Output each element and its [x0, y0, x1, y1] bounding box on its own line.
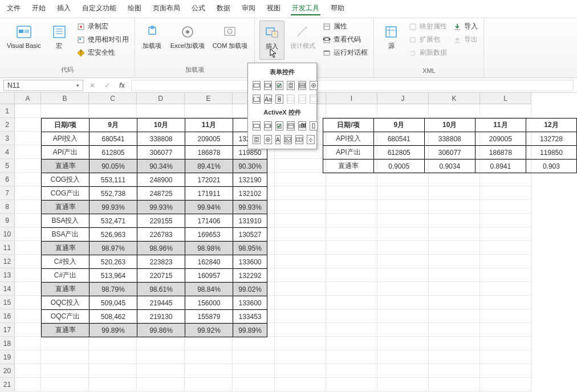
table-cell[interactable]: 119850 [526, 146, 576, 160]
col-header-B[interactable]: B [41, 93, 89, 104]
ax-combobox-icon[interactable] [264, 121, 272, 130]
row-header-20[interactable]: 20 [0, 364, 15, 378]
refresh-data-button[interactable]: 刷新数据 [407, 47, 448, 59]
menu-页面布局[interactable]: 页面布局 [152, 2, 181, 15]
relative-ref-button[interactable]: 使用相对引用 [75, 34, 130, 46]
table-cell[interactable]: 552,738 [90, 187, 137, 201]
table-cell[interactable]: 直通率 [42, 283, 90, 296]
com-addins-button[interactable]: COM 加载项 [210, 21, 250, 52]
design-mode-button[interactable]: 设计模式 [288, 21, 318, 52]
row-header-5[interactable]: 5 [0, 159, 15, 173]
table-cell[interactable]: 132190 [233, 173, 267, 187]
table-header[interactable]: 日期/项 [323, 119, 374, 132]
table-cell[interactable]: 133453 [233, 310, 267, 324]
table-cell[interactable]: 248725 [137, 187, 185, 201]
table-cell[interactable]: 248900 [137, 173, 185, 187]
col-header-D[interactable]: D [137, 93, 185, 104]
table-cell[interactable]: 132102 [233, 187, 267, 201]
col-header-E[interactable]: E [185, 93, 233, 104]
visual-basic-button[interactable]: Visual Basic [5, 21, 43, 52]
table-cell[interactable]: 156000 [185, 296, 233, 310]
menu-文件[interactable]: 文件 [6, 2, 22, 15]
col-header-J[interactable]: J [377, 93, 429, 104]
ax-spinner-icon[interactable] [253, 135, 261, 144]
table-cell[interactable]: 0.903 [526, 160, 576, 173]
ax-option-icon[interactable] [264, 135, 272, 144]
ax-textbox-icon[interactable]: ab [298, 121, 306, 130]
table-header[interactable]: 9月 [373, 119, 424, 132]
ax-scrollbar-icon[interactable] [310, 121, 318, 130]
table-cell[interactable]: 520,263 [90, 255, 137, 269]
row-header-7[interactable]: 7 [0, 186, 15, 200]
row-header-16[interactable]: 16 [0, 309, 15, 323]
formula-bar[interactable] [131, 80, 574, 91]
map-properties-button[interactable]: 映射属性 [407, 21, 448, 32]
menu-帮助[interactable]: 帮助 [330, 2, 346, 15]
table-cell[interactable]: 209005 [185, 132, 233, 146]
menu-视图[interactable]: 视图 [266, 2, 282, 15]
table-cell[interactable]: 338808 [424, 132, 475, 146]
table-header[interactable]: 11月 [475, 119, 526, 132]
table-cell[interactable]: 98.95% [233, 242, 267, 255]
row-header-6[interactable]: 6 [0, 173, 15, 186]
table-cell[interactable]: 186878 [185, 146, 233, 160]
table-cell[interactable]: API产出 [42, 146, 90, 160]
row-header-10[interactable]: 10 [0, 227, 15, 241]
table-header[interactable]: 10月 [424, 119, 475, 132]
table-cell[interactable]: 680541 [373, 132, 424, 146]
import-button[interactable]: 导入 [452, 21, 479, 32]
row-header-14[interactable]: 14 [0, 282, 15, 296]
row-header-4[interactable]: 4 [0, 145, 15, 159]
table-cell[interactable]: 133600 [233, 296, 267, 310]
source-button[interactable]: 源 [379, 21, 404, 52]
ax-checkbox-icon[interactable] [275, 121, 283, 130]
table-cell[interactable]: 306077 [424, 146, 475, 160]
addins-button[interactable]: 加载项 [140, 21, 165, 52]
table-cell[interactable]: 98.96% [137, 242, 185, 255]
row-header-18[interactable]: 18 [0, 337, 15, 350]
ax-button-icon[interactable] [253, 121, 261, 130]
menu-自定义功能[interactable]: 自定义功能 [81, 2, 117, 15]
menu-审阅[interactable]: 审阅 [241, 2, 257, 15]
table-cell[interactable]: 132728 [526, 132, 576, 146]
table-cell[interactable]: 171911 [185, 187, 233, 201]
table-cell[interactable]: 172021 [185, 173, 233, 187]
row-header-12[interactable]: 12 [0, 255, 15, 268]
row-header-21[interactable]: 21 [0, 378, 15, 391]
table-cell[interactable]: 0.9034 [424, 160, 475, 173]
table-cell[interactable]: 99.89% [233, 324, 267, 337]
table-cell[interactable]: 508,462 [90, 310, 137, 324]
table-cell[interactable]: 169653 [185, 228, 233, 242]
form-scrollbar-icon[interactable] [275, 95, 283, 104]
cancel-formula-button[interactable]: ✕ [87, 80, 98, 91]
expansion-pack-button[interactable]: 扩展包 [407, 34, 448, 46]
form-label-icon[interactable]: Aa [264, 95, 272, 104]
table-cell[interactable]: 532,471 [90, 214, 137, 228]
view-code-button[interactable]: <>查看代码 [321, 34, 369, 46]
ax-image-icon[interactable] [284, 135, 292, 144]
table-cell[interactable]: 130527 [233, 228, 267, 242]
form-checkbox-icon[interactable] [275, 81, 283, 90]
table-header[interactable]: 9月 [90, 119, 137, 132]
table-cell[interactable]: 直通率 [42, 201, 90, 214]
table-cell[interactable]: 513,964 [90, 269, 137, 283]
table-header[interactable]: 12月 [526, 119, 576, 132]
table-cell[interactable]: 509,045 [90, 296, 137, 310]
col-header-L[interactable]: L [480, 93, 531, 104]
table-cell[interactable]: 612805 [373, 146, 424, 160]
row-header-1[interactable]: 1 [0, 104, 15, 118]
row-header-2[interactable]: 2 [0, 118, 15, 132]
menu-绘图[interactable]: 绘图 [127, 2, 143, 15]
menu-插入[interactable]: 插入 [56, 2, 72, 15]
row-header-19[interactable]: 19 [0, 350, 15, 364]
menu-开发工具[interactable]: 开发工具 [291, 2, 320, 15]
macro-security-button[interactable]: !宏安全性 [75, 47, 130, 59]
form-option-icon[interactable] [310, 81, 318, 90]
table-cell[interactable]: 160957 [185, 269, 233, 283]
table-cell[interactable]: 直通率 [323, 160, 374, 173]
table-cell[interactable]: 162840 [185, 255, 233, 269]
table-cell[interactable]: 直通率 [42, 242, 90, 255]
properties-button[interactable]: 属性 [321, 21, 369, 32]
table-cell[interactable]: 直通率 [42, 324, 90, 337]
ax-label-icon[interactable]: A [275, 135, 281, 144]
